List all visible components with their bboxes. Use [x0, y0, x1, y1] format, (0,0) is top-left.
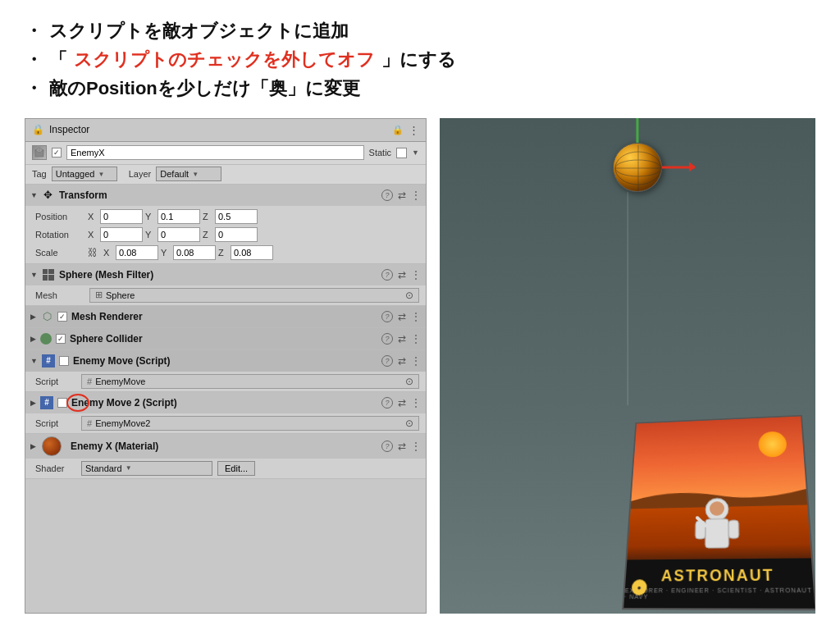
enemy-move2-settings-icon[interactable]: ⇄ — [398, 397, 406, 409]
info-icon: 🔒 — [32, 124, 44, 135]
mesh-filter-arrow[interactable]: ▼ — [30, 271, 38, 279]
position-y-input[interactable] — [158, 209, 200, 224]
rotation-z-label: Z — [203, 230, 212, 240]
mesh-target-icon[interactable]: ⊙ — [405, 290, 413, 301]
mesh-renderer-checkbox[interactable] — [57, 312, 67, 322]
rotation-z-input[interactable] — [215, 227, 258, 242]
material-sphere-preview — [42, 436, 62, 456]
material-menu-icon[interactable]: ⋮ — [411, 441, 421, 452]
bullet-points: ・ スクリプトを敵オブジェクトに追加 ・ 「スクリプトのチェックを外してオフ」に… — [25, 16, 815, 103]
material-help-icon[interactable]: ? — [381, 441, 393, 452]
mesh-renderer-section: ▶ ⬡ Mesh Renderer ? ⇄ ⋮ — [25, 306, 426, 328]
enemy-move2-title: Enemy Move 2 (Script) — [71, 397, 377, 409]
scale-y-input[interactable] — [173, 245, 216, 260]
material-settings-icon[interactable]: ⇄ — [398, 441, 406, 452]
transform-settings-icon[interactable]: ⇄ — [398, 189, 406, 201]
rotation-x-input[interactable] — [100, 227, 143, 242]
enemy-move2-menu-icon[interactable]: ⋮ — [411, 397, 421, 409]
scale-x-input[interactable] — [116, 245, 158, 260]
shader-dropdown[interactable]: Standard ▼ — [81, 461, 212, 476]
scale-z-input[interactable] — [231, 245, 273, 260]
enemy-move-help-icon[interactable]: ? — [381, 355, 393, 367]
mesh-value-field[interactable]: ⊞ Sphere ⊙ — [89, 288, 419, 303]
rotation-x-label: X — [88, 230, 98, 240]
mesh-renderer-help-icon[interactable]: ? — [381, 311, 393, 322]
material-section: ▶ Enemy X (Material) ? ⇄ ⋮ Shader Standa… — [25, 434, 426, 479]
enemy-move-script-value: EnemyMove — [95, 377, 145, 386]
bullet-line-3: ・ 敵のPositionを少しだけ「奥」に変更 — [25, 74, 815, 103]
mesh-filter-icon — [42, 268, 55, 281]
enemy-move2-script-target[interactable]: ⊙ — [405, 418, 413, 429]
poster-title: ASTRONAUT — [661, 566, 775, 585]
sphere-collider-arrow[interactable]: ▶ — [30, 335, 36, 343]
shader-label: Shader — [35, 463, 76, 473]
enemy-move2-script-field[interactable]: # EnemyMove2 ⊙ — [81, 416, 419, 431]
material-arrow[interactable]: ▶ — [30, 442, 36, 450]
position-z-input[interactable] — [215, 209, 258, 224]
mesh-filter-settings-icon[interactable]: ⇄ — [398, 269, 406, 281]
static-checkbox[interactable] — [396, 148, 407, 158]
enemy-move-script-field[interactable]: # EnemyMove ⊙ — [81, 374, 419, 389]
shader-row: Shader Standard ▼ Edit... — [25, 459, 426, 478]
position-x-input[interactable] — [100, 209, 143, 224]
mesh-renderer-menu-icon[interactable]: ⋮ — [411, 311, 421, 322]
transform-header: ▼ ✥ Transform ? ⇄ ⋮ — [25, 185, 426, 206]
scale-link-icon: ⛓ — [88, 247, 98, 258]
sphere-collider-menu-icon[interactable]: ⋮ — [411, 333, 421, 345]
inspector-header: 🔒 Inspector 🔒 ⋮ — [25, 119, 426, 142]
mesh-renderer-icon: ⬡ — [40, 310, 53, 323]
enemy-move2-help-icon[interactable]: ? — [381, 397, 393, 409]
scale-z-label: Z — [218, 248, 228, 258]
enemy-move-script-target[interactable]: ⊙ — [405, 376, 413, 387]
shader-edit-button[interactable]: Edit... — [217, 461, 255, 476]
static-dropdown-arrow[interactable]: ▼ — [412, 148, 419, 157]
layer-dropdown-arrow: ▼ — [192, 171, 199, 178]
mesh-renderer-header: ▶ ⬡ Mesh Renderer ? ⇄ ⋮ — [25, 306, 426, 327]
sphere-collider-checkbox[interactable] — [56, 334, 66, 344]
scale-y-label: Y — [161, 248, 171, 258]
enemy-move2-arrow[interactable]: ▶ — [30, 399, 36, 407]
enemy-move-checkbox[interactable] — [59, 356, 69, 366]
enemy-move-settings-icon[interactable]: ⇄ — [398, 355, 406, 367]
enemy-move-hash-icon: # — [42, 354, 55, 368]
sphere-collider-actions: ? ⇄ ⋮ — [381, 333, 421, 345]
mesh-filter-actions: ? ⇄ ⋮ — [381, 269, 421, 281]
mesh-filter-menu-icon[interactable]: ⋮ — [411, 269, 421, 281]
gameobject-name-field[interactable] — [66, 145, 364, 160]
enemy-move2-header: ▶ # Enemy Move 2 (Script) ? ⇄ ⋮ — [25, 392, 426, 413]
svg-rect-11 — [728, 520, 739, 538]
transform-section: ▼ ✥ Transform ? ⇄ ⋮ Position X — [25, 185, 426, 264]
enemy-move2-section: ▶ # Enemy Move 2 (Script) ? ⇄ ⋮ Script # — [25, 392, 426, 434]
enemy-move-menu-icon[interactable]: ⋮ — [411, 355, 421, 367]
sphere-collider-settings-icon[interactable]: ⇄ — [398, 333, 406, 345]
sphere-up-arrow — [637, 118, 639, 143]
gameobject-checkbox[interactable] — [52, 148, 62, 158]
enemy-move2-checkbox[interactable] — [57, 398, 67, 408]
transform-help-icon[interactable]: ? — [381, 189, 393, 201]
menu-icon[interactable]: ⋮ — [409, 124, 419, 136]
transform-expand-arrow[interactable]: ▼ — [30, 191, 38, 199]
rotation-y-input[interactable] — [158, 227, 200, 242]
static-label: Static — [369, 148, 392, 158]
layer-value: Default — [160, 169, 189, 179]
rotation-label: Rotation — [35, 230, 84, 240]
shader-value: Standard — [85, 463, 122, 473]
position-label: Position — [35, 212, 84, 221]
material-actions: ? ⇄ ⋮ — [381, 441, 421, 452]
sphere-collider-help-icon[interactable]: ? — [381, 333, 393, 345]
tag-dropdown[interactable]: Untagged ▼ — [52, 167, 117, 181]
mesh-renderer-actions: ? ⇄ ⋮ — [381, 311, 421, 322]
mesh-renderer-arrow[interactable]: ▶ — [30, 313, 36, 321]
enemy-move-arrow[interactable]: ▼ — [30, 357, 38, 365]
mesh-renderer-title: Mesh Renderer — [71, 311, 377, 322]
mesh-filter-help-icon[interactable]: ? — [381, 269, 393, 281]
rotation-y-label: Y — [145, 230, 155, 240]
transform-menu-icon[interactable]: ⋮ — [411, 189, 421, 201]
sphere-right-arrow — [662, 166, 695, 168]
scene-vertical-line — [628, 192, 628, 405]
mesh-renderer-settings-icon[interactable]: ⇄ — [398, 311, 406, 322]
inspector-panel: 🔒 Inspector 🔒 ⋮ Static — [25, 118, 427, 614]
layer-dropdown[interactable]: Default ▼ — [156, 167, 221, 181]
enemy-move2-script-hash: # — [87, 418, 92, 428]
bullet-text-2-before: 「 — [49, 45, 67, 74]
